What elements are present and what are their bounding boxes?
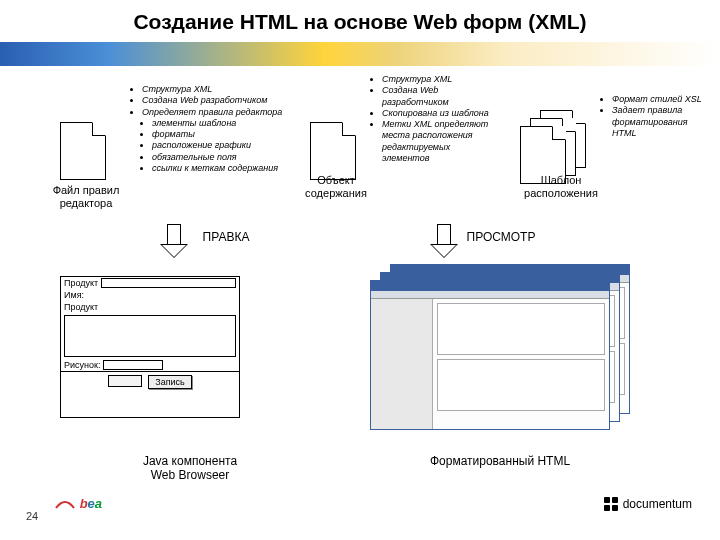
form-row-product2: Продукт bbox=[61, 301, 239, 313]
form-footer: Запись bbox=[61, 371, 239, 392]
file-rules-icon bbox=[60, 122, 106, 180]
form-field-product[interactable] bbox=[101, 278, 236, 288]
layout-template-label: Шаблон расположения bbox=[506, 174, 616, 200]
form-thumb bbox=[108, 375, 142, 387]
form-label-product2: Продукт bbox=[64, 302, 98, 312]
prosmotr-label: ПРОСМОТР bbox=[456, 230, 546, 244]
banner-stripe bbox=[0, 42, 720, 66]
slide-title: Создание HTML на основе Web форм (XML) bbox=[0, 0, 720, 38]
form-field-image[interactable] bbox=[103, 360, 163, 370]
window-panel-top bbox=[437, 303, 605, 355]
browser-window bbox=[370, 280, 610, 430]
documentum-logo: documentum bbox=[603, 496, 692, 512]
arrow-prosmotr bbox=[430, 224, 458, 258]
documentum-text: documentum bbox=[623, 497, 692, 511]
window-titlebar bbox=[371, 281, 609, 291]
form-row-product: Продукт bbox=[61, 277, 239, 289]
diagram-canvas: Файл правил редактора Структура XML Созд… bbox=[0, 66, 720, 540]
bea-logo: bea bbox=[54, 496, 102, 512]
editor-form: Продукт Имя: Продукт Рисунок: Запись bbox=[60, 276, 240, 418]
caption-right: Форматированный HTML bbox=[390, 454, 610, 468]
window-toolbar bbox=[371, 291, 609, 299]
form-row-image: Рисунок: bbox=[61, 359, 239, 371]
form-label-name: Имя: bbox=[64, 290, 84, 300]
file-rules-bullets: Структура XML Создана Web разработчиком … bbox=[130, 84, 300, 174]
pravka-label: ПРАВКА bbox=[186, 230, 266, 244]
content-object-icon bbox=[310, 122, 356, 180]
form-label-product: Продукт bbox=[64, 278, 98, 288]
window-sidebar bbox=[371, 299, 433, 429]
form-textarea[interactable] bbox=[64, 315, 236, 357]
browser-window-stack bbox=[370, 264, 630, 432]
content-object-label: Объект содержания bbox=[286, 174, 386, 200]
arrow-pravka bbox=[160, 224, 188, 258]
layout-template-bullets: Формат стилей XSL Задает правила формати… bbox=[600, 94, 712, 139]
form-label-image: Рисунок: bbox=[64, 360, 100, 370]
caption-left: Java компонента Web Browseer bbox=[110, 454, 270, 483]
content-object-bullets: Структура XML Создана Web разработчиком … bbox=[370, 74, 500, 164]
page-number: 24 bbox=[26, 510, 38, 522]
file-rules-label: Файл правил редактора bbox=[36, 184, 136, 210]
submit-button[interactable]: Запись bbox=[148, 375, 192, 389]
documentum-icon bbox=[603, 496, 619, 512]
window-main bbox=[433, 299, 609, 429]
form-row-name: Имя: bbox=[61, 289, 239, 301]
window-panel-bottom bbox=[437, 359, 605, 411]
bea-swoosh-icon bbox=[54, 498, 76, 512]
